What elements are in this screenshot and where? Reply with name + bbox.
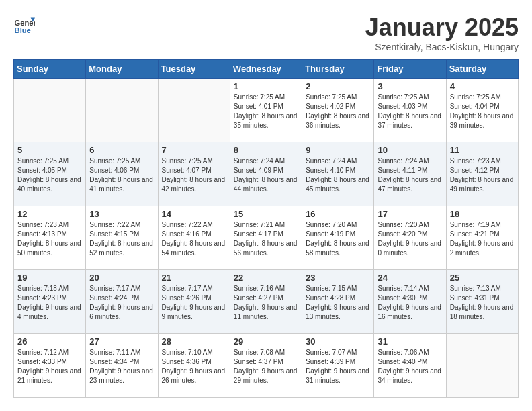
day-info: Sunrise: 7:12 AM Sunset: 4:33 PM Dayligh… — [17, 348, 82, 385]
day-number: 9 — [306, 145, 370, 155]
day-info: Sunrise: 7:10 AM Sunset: 4:36 PM Dayligh… — [162, 348, 226, 385]
calendar-cell — [446, 334, 518, 398]
day-info: Sunrise: 7:23 AM Sunset: 4:12 PM Dayligh… — [450, 156, 515, 194]
day-info: Sunrise: 7:06 AM Sunset: 4:40 PM Dayligh… — [378, 348, 442, 385]
calendar-cell: 12Sunrise: 7:23 AM Sunset: 4:13 PM Dayli… — [14, 206, 86, 270]
calendar-cell: 24Sunrise: 7:14 AM Sunset: 4:30 PM Dayli… — [374, 270, 446, 334]
calendar-cell: 22Sunrise: 7:16 AM Sunset: 4:27 PM Dayli… — [230, 270, 302, 334]
calendar-cell: 25Sunrise: 7:13 AM Sunset: 4:31 PM Dayli… — [446, 270, 518, 334]
calendar-cell: 15Sunrise: 7:21 AM Sunset: 4:17 PM Dayli… — [230, 206, 302, 270]
calendar-cell: 30Sunrise: 7:07 AM Sunset: 4:39 PM Dayli… — [302, 334, 374, 398]
calendar-cell — [14, 79, 86, 142]
calendar-week-row: 26Sunrise: 7:12 AM Sunset: 4:33 PM Dayli… — [14, 334, 519, 398]
day-number: 18 — [450, 209, 515, 219]
calendar-cell: 20Sunrise: 7:17 AM Sunset: 4:24 PM Dayli… — [86, 270, 158, 334]
day-info: Sunrise: 7:08 AM Sunset: 4:37 PM Dayligh… — [234, 348, 298, 385]
day-info: Sunrise: 7:18 AM Sunset: 4:23 PM Dayligh… — [17, 284, 82, 322]
day-number: 15 — [234, 209, 298, 219]
day-info: Sunrise: 7:14 AM Sunset: 4:30 PM Dayligh… — [378, 284, 442, 322]
day-info: Sunrise: 7:19 AM Sunset: 4:21 PM Dayligh… — [450, 220, 515, 258]
day-number: 4 — [450, 81, 515, 91]
day-number: 10 — [378, 145, 442, 155]
calendar-cell: 7Sunrise: 7:25 AM Sunset: 4:07 PM Daylig… — [158, 142, 230, 206]
weekday-header-row: SundayMondayTuesdayWednesdayThursdayFrid… — [14, 60, 519, 79]
calendar-cell: 5Sunrise: 7:25 AM Sunset: 4:05 PM Daylig… — [14, 142, 86, 206]
weekday-header-sunday: Sunday — [14, 60, 86, 79]
day-info: Sunrise: 7:25 AM Sunset: 4:07 PM Dayligh… — [162, 156, 226, 194]
day-number: 22 — [234, 273, 298, 283]
weekday-header-thursday: Thursday — [302, 60, 374, 79]
calendar-week-row: 5Sunrise: 7:25 AM Sunset: 4:05 PM Daylig… — [14, 142, 519, 206]
calendar-cell: 11Sunrise: 7:23 AM Sunset: 4:12 PM Dayli… — [446, 142, 518, 206]
day-info: Sunrise: 7:21 AM Sunset: 4:17 PM Dayligh… — [234, 220, 298, 258]
day-number: 21 — [162, 273, 226, 283]
day-info: Sunrise: 7:25 AM Sunset: 4:05 PM Dayligh… — [17, 156, 82, 194]
day-number: 19 — [17, 273, 82, 283]
day-number: 28 — [162, 336, 226, 347]
calendar-week-row: 19Sunrise: 7:18 AM Sunset: 4:23 PM Dayli… — [14, 270, 519, 334]
day-info: Sunrise: 7:07 AM Sunset: 4:39 PM Dayligh… — [306, 348, 370, 385]
day-number: 11 — [450, 145, 515, 155]
day-info: Sunrise: 7:25 AM Sunset: 4:04 PM Dayligh… — [450, 93, 515, 130]
day-info: Sunrise: 7:20 AM Sunset: 4:20 PM Dayligh… — [378, 220, 442, 258]
calendar-cell: 2Sunrise: 7:25 AM Sunset: 4:02 PM Daylig… — [302, 79, 374, 142]
day-number: 30 — [306, 336, 370, 347]
day-number: 25 — [450, 273, 515, 283]
day-number: 16 — [306, 209, 370, 219]
calendar-cell: 19Sunrise: 7:18 AM Sunset: 4:23 PM Dayli… — [14, 270, 86, 334]
calendar-cell: 18Sunrise: 7:19 AM Sunset: 4:21 PM Dayli… — [446, 206, 518, 270]
calendar-week-row: 12Sunrise: 7:23 AM Sunset: 4:13 PM Dayli… — [14, 206, 519, 270]
calendar-cell: 27Sunrise: 7:11 AM Sunset: 4:34 PM Dayli… — [86, 334, 158, 398]
calendar-cell: 3Sunrise: 7:25 AM Sunset: 4:03 PM Daylig… — [374, 79, 446, 142]
day-info: Sunrise: 7:25 AM Sunset: 4:06 PM Dayligh… — [89, 156, 154, 194]
day-number: 6 — [89, 145, 154, 155]
day-number: 8 — [234, 145, 298, 155]
day-info: Sunrise: 7:22 AM Sunset: 4:16 PM Dayligh… — [162, 220, 226, 258]
day-info: Sunrise: 7:22 AM Sunset: 4:15 PM Dayligh… — [89, 220, 154, 258]
logo-icon: General Blue — [13, 13, 35, 35]
calendar-week-row: 1Sunrise: 7:25 AM Sunset: 4:01 PM Daylig… — [14, 79, 519, 142]
calendar-cell: 16Sunrise: 7:20 AM Sunset: 4:19 PM Dayli… — [302, 206, 374, 270]
day-info: Sunrise: 7:24 AM Sunset: 4:10 PM Dayligh… — [306, 156, 370, 194]
calendar-cell — [158, 79, 230, 142]
day-number: 29 — [234, 336, 298, 347]
calendar-cell: 14Sunrise: 7:22 AM Sunset: 4:16 PM Dayli… — [158, 206, 230, 270]
day-number: 13 — [89, 209, 154, 219]
calendar-cell: 8Sunrise: 7:24 AM Sunset: 4:09 PM Daylig… — [230, 142, 302, 206]
day-number: 24 — [378, 273, 442, 283]
day-number: 23 — [306, 273, 370, 283]
day-info: Sunrise: 7:25 AM Sunset: 4:03 PM Dayligh… — [378, 93, 442, 130]
day-number: 20 — [89, 273, 154, 283]
weekday-header-tuesday: Tuesday — [158, 60, 230, 79]
day-info: Sunrise: 7:16 AM Sunset: 4:27 PM Dayligh… — [234, 284, 298, 322]
page-header: General Blue January 2025 Szentkiraly, B… — [13, 13, 519, 52]
day-number: 17 — [378, 209, 442, 219]
day-info: Sunrise: 7:13 AM Sunset: 4:31 PM Dayligh… — [450, 284, 515, 322]
day-info: Sunrise: 7:15 AM Sunset: 4:28 PM Dayligh… — [306, 284, 370, 322]
day-number: 1 — [234, 81, 298, 91]
day-info: Sunrise: 7:20 AM Sunset: 4:19 PM Dayligh… — [306, 220, 370, 258]
weekday-header-friday: Friday — [374, 60, 446, 79]
day-number: 27 — [89, 336, 154, 347]
calendar-cell: 26Sunrise: 7:12 AM Sunset: 4:33 PM Dayli… — [14, 334, 86, 398]
calendar-cell: 21Sunrise: 7:17 AM Sunset: 4:26 PM Dayli… — [158, 270, 230, 334]
day-info: Sunrise: 7:17 AM Sunset: 4:24 PM Dayligh… — [89, 284, 154, 322]
day-info: Sunrise: 7:25 AM Sunset: 4:01 PM Dayligh… — [234, 93, 298, 130]
weekday-header-wednesday: Wednesday — [230, 60, 302, 79]
calendar-cell: 10Sunrise: 7:24 AM Sunset: 4:11 PM Dayli… — [374, 142, 446, 206]
day-number: 7 — [162, 145, 226, 155]
day-number: 31 — [378, 336, 442, 347]
calendar-cell: 1Sunrise: 7:25 AM Sunset: 4:01 PM Daylig… — [230, 79, 302, 142]
calendar-cell: 4Sunrise: 7:25 AM Sunset: 4:04 PM Daylig… — [446, 79, 518, 142]
weekday-header-saturday: Saturday — [446, 60, 518, 79]
calendar-cell — [86, 79, 158, 142]
month-title: January 2025 — [365, 13, 519, 42]
day-info: Sunrise: 7:24 AM Sunset: 4:09 PM Dayligh… — [234, 156, 298, 194]
calendar-cell: 29Sunrise: 7:08 AM Sunset: 4:37 PM Dayli… — [230, 334, 302, 398]
day-number: 12 — [17, 209, 82, 219]
day-number: 2 — [306, 81, 370, 91]
logo: General Blue — [13, 13, 35, 35]
calendar-cell: 31Sunrise: 7:06 AM Sunset: 4:40 PM Dayli… — [374, 334, 446, 398]
day-info: Sunrise: 7:25 AM Sunset: 4:02 PM Dayligh… — [306, 93, 370, 130]
svg-text:Blue: Blue — [15, 26, 31, 34]
